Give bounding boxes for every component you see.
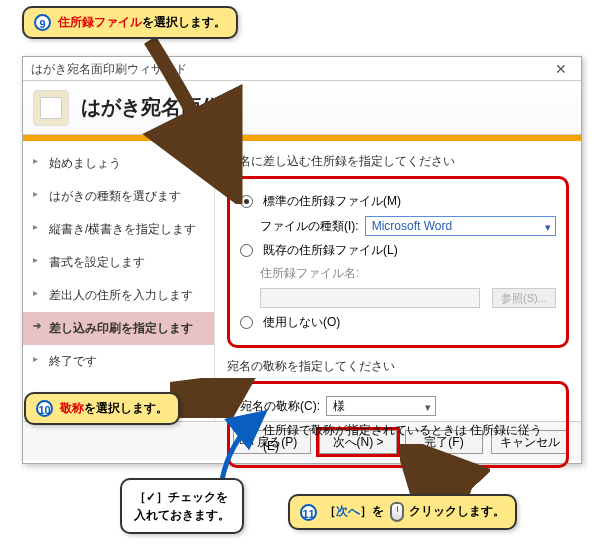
section2-title: 宛名の敬称を指定してください <box>227 358 569 375</box>
radio-standard-label: 標準の住所録ファイル(M) <box>263 193 401 210</box>
callout-11-num: 11 <box>300 504 317 521</box>
callout-10-rest: を選択します。 <box>84 401 168 415</box>
callout-10-red: 敬称 <box>60 401 84 415</box>
suffix-value: 様 <box>333 399 345 413</box>
option-standard-row[interactable]: 標準の住所録ファイル(M) <box>240 193 556 210</box>
sidebar-item-label: 終了です <box>49 354 97 368</box>
callout-11-pre: ［ <box>324 504 336 518</box>
callout-9: 9 住所録ファイルを選択します。 <box>22 6 238 39</box>
address-source-group: 標準の住所録ファイル(M) ファイルの種類(I): Microsoft Word… <box>227 176 569 348</box>
callout-9-red: 住所録ファイル <box>58 15 142 29</box>
hint-l2: 入れておきます。 <box>134 506 230 524</box>
browse-button: 参照(S)... <box>492 288 556 308</box>
sidebar-item-label: 書式を設定します <box>49 255 145 269</box>
suffix-select[interactable]: 様 <box>326 396 436 416</box>
arrow-callout-9 <box>130 34 260 204</box>
wizard-icon <box>33 90 69 126</box>
sidebar-item-orientation[interactable]: 縦書き/横書きを指定します <box>23 213 214 246</box>
file-type-value: Microsoft Word <box>372 219 452 233</box>
titlebar: はがき宛名面印刷ウィザード ✕ <box>23 57 581 81</box>
callout-10: 10 敬称を選択します。 <box>24 392 180 425</box>
close-button[interactable]: ✕ <box>541 57 581 81</box>
radio-none-label: 使用しない(O) <box>263 314 340 331</box>
mouse-icon <box>390 502 404 522</box>
sidebar-item-label: 縦書き/横書きを指定します <box>49 222 196 236</box>
hint-l1a: ［ <box>134 490 146 504</box>
wizard-header: はがき宛名面作成 <box>23 81 581 135</box>
radio-existing-label: 既存の住所録ファイル(L) <box>263 242 398 259</box>
radio-none[interactable] <box>240 316 253 329</box>
sidebar-item-label: 差し込み印刷を指定します <box>49 321 193 335</box>
hint-check-mark: ✓ <box>146 490 156 504</box>
hint-l1c: ］チェックを <box>156 490 228 504</box>
callout-9-rest: を選択します。 <box>142 15 226 29</box>
option-none-row[interactable]: 使用しない(O) <box>240 314 556 331</box>
existing-file-label: 住所録ファイル名: <box>260 265 359 282</box>
existing-file-input <box>260 288 480 308</box>
callout-11-rest: クリックします。 <box>409 504 505 518</box>
hint-check: ［✓］チェックを 入れておきます。 <box>120 478 244 534</box>
callout-11-post: ］を <box>360 504 384 518</box>
callout-9-num: 9 <box>34 14 51 31</box>
file-type-select[interactable]: Microsoft Word <box>365 216 556 236</box>
sidebar-item-finish[interactable]: 終了です <box>23 345 214 378</box>
section1-title: 宛名に差し込む住所録を指定してください <box>227 153 569 170</box>
sidebar-item-mailmerge[interactable]: 差し込み印刷を指定します <box>23 312 214 345</box>
option-existing-row[interactable]: 既存の住所録ファイル(L) <box>240 242 556 259</box>
sidebar-item-format[interactable]: 書式を設定します <box>23 246 214 279</box>
callout-11-blue: 次へ <box>336 504 360 518</box>
sidebar-item-sender[interactable]: 差出人の住所を入力します <box>23 279 214 312</box>
callout-11: 11 ［次へ］を クリックします。 <box>288 494 517 530</box>
radio-existing[interactable] <box>240 244 253 257</box>
sidebar-item-label: 差出人の住所を入力します <box>49 288 193 302</box>
file-type-label: ファイルの種類(I): <box>260 218 359 235</box>
callout-10-num: 10 <box>36 400 53 417</box>
sidebar-item-label: 始めましょう <box>49 156 121 170</box>
